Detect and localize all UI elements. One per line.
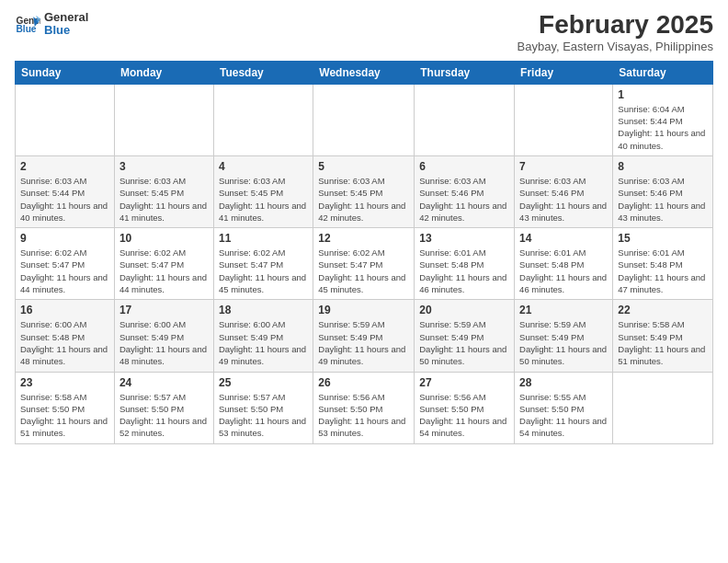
day-number: 3 <box>119 160 209 173</box>
calendar-cell: 18Sunrise: 6:00 AM Sunset: 5:49 PM Dayli… <box>213 300 313 372</box>
calendar-cell <box>16 84 115 155</box>
day-number: 28 <box>519 376 608 389</box>
month-title: February 2025 <box>518 11 713 40</box>
day-number: 7 <box>519 160 608 173</box>
day-number: 20 <box>419 304 509 316</box>
calendar-cell: 11Sunrise: 6:02 AM Sunset: 5:47 PM Dayli… <box>213 228 313 300</box>
day-info: Sunrise: 6:01 AM Sunset: 5:48 PM Dayligh… <box>618 247 708 295</box>
calendar-cell: 15Sunrise: 6:01 AM Sunset: 5:48 PM Dayli… <box>613 228 713 300</box>
day-number: 25 <box>219 376 308 389</box>
day-number: 27 <box>419 376 509 389</box>
calendar-cell <box>213 84 313 155</box>
day-number: 13 <box>419 232 509 245</box>
calendar-cell: 27Sunrise: 5:56 AM Sunset: 5:50 PM Dayli… <box>415 372 515 443</box>
weekday-header: Thursday <box>415 61 515 84</box>
day-info: Sunrise: 6:03 AM Sunset: 5:46 PM Dayligh… <box>618 175 708 224</box>
subtitle: Baybay, Eastern Visayas, Philippines <box>518 40 713 53</box>
day-number: 5 <box>318 160 409 173</box>
calendar-week-row: 23Sunrise: 5:58 AM Sunset: 5:50 PM Dayli… <box>16 372 713 443</box>
logo-icon: General Blue <box>15 11 40 37</box>
day-number: 14 <box>519 232 608 245</box>
day-number: 8 <box>618 160 708 173</box>
calendar-week-row: 16Sunrise: 6:00 AM Sunset: 5:48 PM Dayli… <box>16 300 713 372</box>
calendar-cell: 16Sunrise: 6:00 AM Sunset: 5:48 PM Dayli… <box>16 300 115 372</box>
day-info: Sunrise: 6:02 AM Sunset: 5:47 PM Dayligh… <box>20 247 109 295</box>
calendar-cell: 25Sunrise: 5:57 AM Sunset: 5:50 PM Dayli… <box>213 372 313 443</box>
day-info: Sunrise: 6:02 AM Sunset: 5:47 PM Dayligh… <box>119 247 209 295</box>
day-number: 4 <box>219 160 308 173</box>
day-info: Sunrise: 6:03 AM Sunset: 5:45 PM Dayligh… <box>318 175 409 224</box>
calendar-cell: 10Sunrise: 6:02 AM Sunset: 5:47 PM Dayli… <box>114 228 213 300</box>
day-number: 17 <box>119 304 209 316</box>
day-info: Sunrise: 6:02 AM Sunset: 5:47 PM Dayligh… <box>219 247 308 295</box>
calendar-cell <box>515 84 613 155</box>
calendar-cell: 26Sunrise: 5:56 AM Sunset: 5:50 PM Dayli… <box>313 372 415 443</box>
calendar-cell <box>415 84 515 155</box>
calendar-cell: 3Sunrise: 6:03 AM Sunset: 5:45 PM Daylig… <box>114 155 213 227</box>
logo: General Blue General Blue <box>15 11 88 38</box>
day-info: Sunrise: 5:57 AM Sunset: 5:50 PM Dayligh… <box>119 391 209 440</box>
day-info: Sunrise: 6:02 AM Sunset: 5:47 PM Dayligh… <box>318 247 409 295</box>
calendar: SundayMondayTuesdayWednesdayThursdayFrid… <box>15 61 713 444</box>
day-info: Sunrise: 5:56 AM Sunset: 5:50 PM Dayligh… <box>318 391 409 440</box>
day-number: 24 <box>119 376 209 389</box>
day-info: Sunrise: 6:03 AM Sunset: 5:45 PM Dayligh… <box>119 175 209 224</box>
weekday-header: Friday <box>515 61 613 84</box>
calendar-cell: 21Sunrise: 5:59 AM Sunset: 5:49 PM Dayli… <box>515 300 613 372</box>
calendar-body: 1Sunrise: 6:04 AM Sunset: 5:44 PM Daylig… <box>16 84 713 443</box>
calendar-cell: 2Sunrise: 6:03 AM Sunset: 5:44 PM Daylig… <box>16 155 115 227</box>
calendar-cell: 24Sunrise: 5:57 AM Sunset: 5:50 PM Dayli… <box>114 372 213 443</box>
day-info: Sunrise: 6:01 AM Sunset: 5:48 PM Dayligh… <box>519 247 608 295</box>
calendar-cell: 7Sunrise: 6:03 AM Sunset: 5:46 PM Daylig… <box>515 155 613 227</box>
calendar-cell: 20Sunrise: 5:59 AM Sunset: 5:49 PM Dayli… <box>415 300 515 372</box>
day-info: Sunrise: 5:58 AM Sunset: 5:49 PM Dayligh… <box>618 318 708 367</box>
calendar-header-row: SundayMondayTuesdayWednesdayThursdayFrid… <box>16 61 713 84</box>
day-info: Sunrise: 5:56 AM Sunset: 5:50 PM Dayligh… <box>419 391 509 440</box>
day-number: 15 <box>618 232 708 245</box>
calendar-cell: 8Sunrise: 6:03 AM Sunset: 5:46 PM Daylig… <box>613 155 713 227</box>
day-number: 16 <box>20 304 109 316</box>
day-info: Sunrise: 6:00 AM Sunset: 5:49 PM Dayligh… <box>219 318 308 367</box>
logo-blue: Blue <box>44 24 88 37</box>
calendar-cell: 6Sunrise: 6:03 AM Sunset: 5:46 PM Daylig… <box>415 155 515 227</box>
day-number: 18 <box>219 304 308 316</box>
calendar-cell: 28Sunrise: 5:55 AM Sunset: 5:50 PM Dayli… <box>515 372 613 443</box>
calendar-cell: 4Sunrise: 6:03 AM Sunset: 5:45 PM Daylig… <box>213 155 313 227</box>
calendar-cell: 9Sunrise: 6:02 AM Sunset: 5:47 PM Daylig… <box>16 228 115 300</box>
day-number: 9 <box>20 232 109 245</box>
calendar-cell: 5Sunrise: 6:03 AM Sunset: 5:45 PM Daylig… <box>313 155 415 227</box>
calendar-cell: 1Sunrise: 6:04 AM Sunset: 5:44 PM Daylig… <box>613 84 713 155</box>
calendar-cell: 13Sunrise: 6:01 AM Sunset: 5:48 PM Dayli… <box>415 228 515 300</box>
day-info: Sunrise: 6:03 AM Sunset: 5:45 PM Dayligh… <box>219 175 308 224</box>
day-info: Sunrise: 6:03 AM Sunset: 5:46 PM Dayligh… <box>419 175 509 224</box>
weekday-header: Saturday <box>613 61 713 84</box>
day-info: Sunrise: 5:59 AM Sunset: 5:49 PM Dayligh… <box>519 318 608 367</box>
calendar-cell: 14Sunrise: 6:01 AM Sunset: 5:48 PM Dayli… <box>515 228 613 300</box>
day-info: Sunrise: 5:57 AM Sunset: 5:50 PM Dayligh… <box>219 391 308 440</box>
title-block: February 2025 Baybay, Eastern Visayas, P… <box>518 11 713 53</box>
weekday-header: Monday <box>114 61 213 84</box>
day-number: 19 <box>318 304 409 316</box>
day-info: Sunrise: 5:55 AM Sunset: 5:50 PM Dayligh… <box>519 391 608 440</box>
calendar-cell <box>313 84 415 155</box>
day-number: 6 <box>419 160 509 173</box>
day-number: 11 <box>219 232 308 245</box>
day-info: Sunrise: 5:58 AM Sunset: 5:50 PM Dayligh… <box>20 391 109 440</box>
weekday-header: Wednesday <box>313 61 415 84</box>
day-number: 10 <box>119 232 209 245</box>
page: General Blue General Blue February 2025 … <box>0 0 728 563</box>
day-info: Sunrise: 6:01 AM Sunset: 5:48 PM Dayligh… <box>419 247 509 295</box>
day-number: 1 <box>618 88 708 101</box>
weekday-header: Tuesday <box>213 61 313 84</box>
day-number: 26 <box>318 376 409 389</box>
calendar-cell: 22Sunrise: 5:58 AM Sunset: 5:49 PM Dayli… <box>613 300 713 372</box>
calendar-cell: 17Sunrise: 6:00 AM Sunset: 5:49 PM Dayli… <box>114 300 213 372</box>
svg-text:Blue: Blue <box>17 25 37 35</box>
day-info: Sunrise: 6:04 AM Sunset: 5:44 PM Dayligh… <box>618 103 708 152</box>
calendar-cell: 19Sunrise: 5:59 AM Sunset: 5:49 PM Dayli… <box>313 300 415 372</box>
calendar-week-row: 9Sunrise: 6:02 AM Sunset: 5:47 PM Daylig… <box>16 228 713 300</box>
calendar-cell <box>114 84 213 155</box>
day-number: 23 <box>20 376 109 389</box>
day-number: 12 <box>318 232 409 245</box>
day-info: Sunrise: 6:03 AM Sunset: 5:44 PM Dayligh… <box>20 175 109 224</box>
